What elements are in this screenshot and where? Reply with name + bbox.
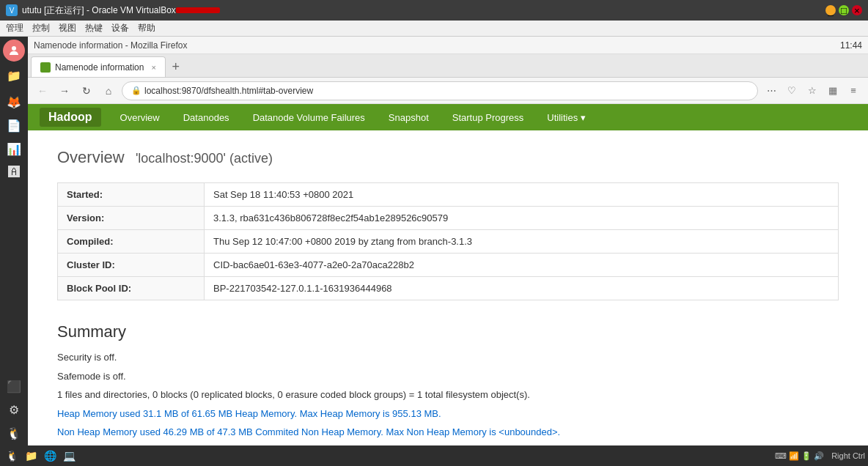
row-value: Sat Sep 18 11:40:53 +0800 2021 (205, 183, 839, 207)
sidebar-docs[interactable]: 📄 (3, 114, 25, 136)
taskbar-files[interactable]: 📁 (22, 447, 40, 465)
row-value: CID-bac6ae01-63e3-4077-a2e0-2a70aca228b2 (205, 254, 839, 277)
filesystem-status: 1 files and directories, 0 blocks (0 rep… (57, 388, 839, 402)
row-label: Started: (58, 183, 205, 207)
sidebar-sheets[interactable]: 📊 (3, 138, 25, 160)
table-row: Started:Sat Sep 18 11:40:53 +0800 2021 (58, 183, 839, 207)
vbox-icon: V (6, 4, 18, 16)
table-row: Compiled:Thu Sep 12 10:47:00 +0800 2019 … (58, 230, 839, 254)
url-bar: ← → ↻ ⌂ 🔒 localhost:9870/dfshealth.html#… (28, 78, 868, 104)
app-area: 📁 🦊 📄 📊 🅰 ⬛ ⚙ 🐧 Namenode information - M… (0, 37, 868, 445)
taskbar-browser[interactable]: 🌐 (41, 447, 59, 465)
virtualbox-titlebar: V ututu [正在运行] - Oracle VM VirtualBox _ … (0, 0, 868, 21)
url-action-icons: ⋯ ♡ ☆ ▦ ≡ (762, 82, 862, 100)
star-icon[interactable]: ☆ (803, 82, 821, 100)
sidebar-icon[interactable]: ▦ (824, 82, 842, 100)
sidebar-files[interactable]: 📁 (3, 64, 25, 86)
menu-hotkey[interactable]: 热键 (85, 22, 103, 34)
tab-favicon (40, 62, 51, 73)
menu-devices[interactable]: 设备 (111, 22, 129, 34)
menu-view[interactable]: 视图 (59, 22, 76, 34)
back-button[interactable]: ← (34, 82, 51, 100)
overflow-icon[interactable]: ≡ (845, 82, 862, 100)
nav-overview[interactable]: Overview (110, 108, 170, 127)
sidebar-home[interactable] (3, 40, 25, 62)
os-taskbar: 🐧 📁 🌐 💻 ⌨ 📶 🔋 🔊 Right Ctrl (0, 445, 868, 466)
row-value: Thu Sep 12 10:47:00 +0800 2019 by ztang … (205, 230, 839, 254)
sidebar-terminal[interactable]: ⬛ (3, 375, 25, 397)
non-heap-memory-link[interactable]: Non Heap Memory used 46.29 MB of 47.3 MB… (57, 426, 560, 437)
svg-point-0 (12, 46, 16, 51)
row-label: Compiled: (58, 230, 205, 254)
tab-close-button[interactable]: × (151, 63, 155, 72)
bookmark-icon[interactable]: ♡ (783, 82, 801, 100)
nav-utilities[interactable]: Utilities ▾ (537, 108, 596, 127)
forward-button[interactable]: → (56, 82, 73, 100)
sidebar-settings[interactable]: ⚙ (3, 399, 25, 421)
security-status: Security is off. (57, 350, 839, 365)
home-button[interactable]: ⌂ (100, 82, 117, 100)
url-field[interactable]: 🔒 localhost:9870/dfshealth.html#tab-over… (122, 81, 758, 100)
nav-startup-progress[interactable]: Startup Progress (442, 108, 534, 127)
ff-app-title: Namenode information - Mozilla Firefox (34, 40, 187, 51)
taskbar-terminal[interactable]: 💻 (60, 447, 78, 465)
table-row: Block Pool ID:BP-221703542-127.0.1.1-163… (58, 277, 839, 300)
vbox-menu-bar: 管理 控制 视图 热键 设备 帮助 (0, 21, 868, 37)
row-label: Version: (58, 207, 205, 230)
reader-view-icon[interactable]: ⋯ (762, 82, 780, 100)
menu-control[interactable]: 控制 (32, 22, 50, 34)
sidebar-amazon[interactable]: 🅰 (3, 161, 25, 183)
row-label: Block Pool ID: (58, 277, 205, 300)
firefox-titlebar: Namenode information - Mozilla Firefox 1… (28, 37, 868, 54)
summary-title: Summary (57, 322, 839, 341)
nav-snapshot[interactable]: Snapshot (378, 108, 439, 127)
firefox-browser: Namenode information - Mozilla Firefox 1… (28, 37, 868, 445)
menu-help[interactable]: 帮助 (138, 22, 155, 34)
taskbar-system-icons: ⌨ 📶 🔋 🔊 (775, 451, 824, 461)
vbox-title: ututu [正在运行] - Oracle VM VirtualBox (22, 4, 176, 17)
nav-datanode-failures[interactable]: Datanode Volume Failures (243, 108, 375, 127)
url-text: localhost:9870/dfshealth.html#tab-overvi… (144, 86, 313, 96)
row-value: BP-221703542-127.0.1.1-1631936444968 (205, 277, 839, 300)
overview-subtitle: 'localhost:9000' (active) (136, 151, 273, 166)
page-title: Overview 'localhost:9000' (active) (57, 145, 839, 168)
safemode-status: Safemode is off. (57, 369, 839, 384)
tab-bar: Namenode information × + (28, 54, 868, 78)
row-value: 3.1.3, rba631c436b806728f8ec2f54ab1e2895… (205, 207, 839, 230)
taskbar-start[interactable]: 🐧 (3, 447, 21, 465)
heap-memory-status: Heap Memory used 31.1 MB of 61.65 MB Hea… (57, 407, 839, 421)
tab-namenode[interactable]: Namenode information × (31, 56, 166, 77)
lock-icon: 🔒 (131, 86, 141, 95)
page-content: Overview 'localhost:9000' (active) Start… (28, 130, 868, 445)
os-frame: V ututu [正在运行] - Oracle VM VirtualBox _ … (0, 0, 868, 466)
tab-label: Namenode information (55, 62, 144, 73)
sidebar-bottom[interactable]: 🐧 (3, 422, 25, 444)
menu-manage[interactable]: 管理 (6, 22, 23, 34)
sidebar-browser[interactable]: 🦊 (3, 91, 25, 113)
table-row: Version:3.1.3, rba631c436b806728f8ec2f54… (58, 207, 839, 230)
taskbar-clock: Right Ctrl (831, 451, 865, 460)
minimize-button[interactable]: _ (825, 5, 836, 15)
nav-datanodes[interactable]: Datanodes (173, 108, 240, 127)
heap-memory-link[interactable]: Heap Memory used 31.1 MB of 61.65 MB Hea… (57, 408, 441, 419)
info-table: Started:Sat Sep 18 11:40:53 +0800 2021Ve… (57, 182, 839, 300)
hadoop-brand[interactable]: Hadoop (40, 108, 101, 127)
ubuntu-sidebar: 📁 🦊 📄 📊 🅰 ⬛ ⚙ 🐧 (0, 37, 28, 445)
maximize-button[interactable]: □ (839, 5, 849, 15)
progress-bar (176, 7, 220, 13)
hadoop-navbar: Hadoop Overview Datanodes Datanode Volum… (28, 104, 868, 130)
non-heap-memory-status: Non Heap Memory used 46.29 MB of 47.3 MB… (57, 425, 839, 440)
window-controls: _ □ × (825, 5, 862, 15)
new-tab-button[interactable]: + (166, 56, 186, 77)
clock: 11:44 (840, 40, 862, 51)
row-label: Cluster ID: (58, 254, 205, 277)
table-row: Cluster ID:CID-bac6ae01-63e3-4077-a2e0-2… (58, 254, 839, 277)
close-button[interactable]: × (852, 5, 862, 15)
reload-button[interactable]: ↻ (78, 82, 95, 100)
